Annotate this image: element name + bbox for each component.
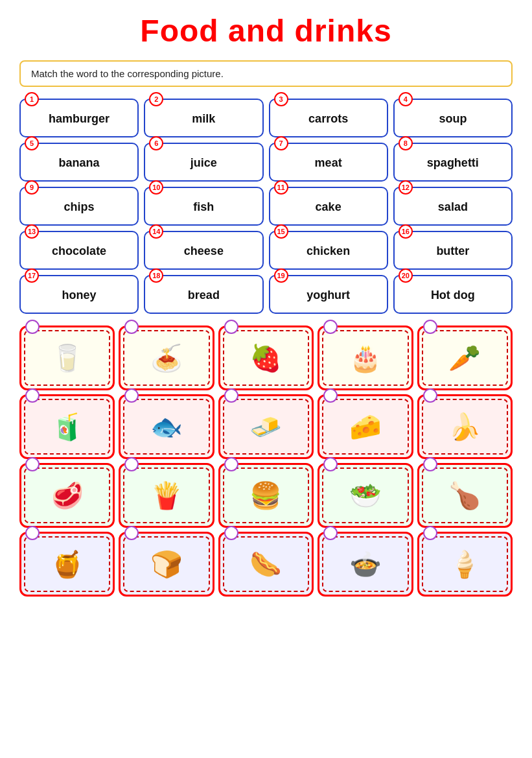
picture-card: 🥗 bbox=[318, 463, 413, 528]
page-title: Food and drinks bbox=[19, 13, 513, 49]
word-num: 3 bbox=[274, 92, 288, 106]
pic-emoji: 🌭 bbox=[249, 551, 282, 577]
word-label: carrots bbox=[308, 112, 348, 126]
pic-emoji: 🍓 bbox=[249, 345, 282, 371]
pic-num bbox=[323, 320, 338, 334]
picture-card: 🧀 bbox=[318, 394, 413, 459]
picture-card: 🍞 bbox=[119, 532, 214, 597]
picture-card: 🥛 bbox=[19, 326, 115, 390]
word-card: 7 meat bbox=[269, 143, 388, 182]
pic-emoji: 🍌 bbox=[448, 414, 481, 440]
pic-num bbox=[124, 457, 139, 471]
picture-card: 🥩 bbox=[19, 463, 115, 528]
word-card: 20 Hot dog bbox=[393, 275, 513, 314]
word-card: 3 carrots bbox=[269, 99, 388, 137]
word-num: 12 bbox=[399, 180, 413, 195]
word-label: cheese bbox=[184, 244, 224, 258]
pic-emoji: 🎂 bbox=[349, 345, 382, 371]
pic-num bbox=[423, 320, 437, 334]
picture-card: 🍦 bbox=[417, 532, 513, 597]
word-label: milk bbox=[192, 112, 215, 126]
word-num: 5 bbox=[25, 136, 39, 150]
word-num: 11 bbox=[274, 180, 288, 195]
word-label: soup bbox=[439, 112, 467, 126]
word-label: salad bbox=[438, 200, 468, 214]
picture-card: 🍝 bbox=[119, 326, 214, 390]
word-num: 1 bbox=[25, 92, 39, 106]
word-card: 17 honey bbox=[19, 275, 139, 314]
word-num: 19 bbox=[274, 268, 288, 283]
pic-emoji: 🥛 bbox=[51, 345, 84, 371]
word-num: 10 bbox=[149, 180, 163, 195]
picture-card: 🍯 bbox=[19, 532, 115, 597]
instruction-box: Match the word to the corresponding pict… bbox=[19, 60, 513, 87]
word-num: 2 bbox=[149, 92, 163, 106]
picture-card: 🧃 bbox=[19, 394, 115, 459]
picture-card: 🍗 bbox=[417, 463, 513, 528]
pic-emoji: 🍯 bbox=[51, 551, 84, 577]
pic-emoji: 🍞 bbox=[150, 551, 183, 577]
pic-num bbox=[423, 388, 437, 403]
pic-num bbox=[124, 388, 139, 403]
pic-num bbox=[25, 388, 40, 403]
word-num: 16 bbox=[399, 224, 413, 239]
picture-card: 🌭 bbox=[218, 532, 314, 597]
word-card: 15 chicken bbox=[269, 231, 388, 270]
word-num: 6 bbox=[149, 136, 163, 150]
word-label: chocolate bbox=[52, 244, 106, 258]
word-num: 9 bbox=[25, 180, 39, 195]
pic-num bbox=[224, 388, 238, 403]
word-num: 14 bbox=[149, 224, 163, 239]
pic-num bbox=[25, 457, 40, 471]
word-label: bread bbox=[188, 289, 220, 302]
word-label: chips bbox=[64, 200, 95, 214]
word-label: Hot dog bbox=[431, 289, 475, 302]
pic-emoji: 🍟 bbox=[150, 482, 183, 508]
pic-emoji: 🍲 bbox=[349, 551, 382, 577]
picture-card: 🍓 bbox=[218, 326, 314, 390]
word-num: 4 bbox=[399, 92, 413, 106]
word-card: 9 chips bbox=[19, 187, 139, 226]
word-num: 15 bbox=[274, 224, 288, 239]
word-card: 19 yoghurt bbox=[269, 275, 388, 314]
word-card: 14 cheese bbox=[144, 231, 263, 270]
word-num: 13 bbox=[25, 224, 39, 239]
word-card: 18 bread bbox=[144, 275, 263, 314]
picture-card: 🍔 bbox=[218, 463, 314, 528]
word-num: 20 bbox=[399, 268, 413, 283]
pic-emoji: 🍗 bbox=[448, 482, 481, 508]
picture-grid: 🥛 🍝 🍓 🎂 🥕 🧃 🐟 🧈 🧀 🍌 🥩 🍟 🍔 🥗 bbox=[19, 326, 513, 597]
pic-emoji: 🥗 bbox=[349, 482, 382, 508]
word-card: 6 juice bbox=[144, 143, 263, 182]
word-label: banana bbox=[59, 156, 100, 170]
word-label: honey bbox=[62, 289, 97, 302]
pic-emoji: 🥩 bbox=[51, 482, 84, 508]
word-label: chicken bbox=[306, 244, 350, 258]
word-num: 7 bbox=[274, 136, 288, 150]
pic-emoji: 🐟 bbox=[150, 414, 183, 440]
word-card: 2 milk bbox=[144, 99, 263, 137]
pic-emoji: 🍦 bbox=[448, 551, 481, 577]
word-label: juice bbox=[191, 156, 217, 170]
pic-num bbox=[124, 526, 139, 540]
pic-num bbox=[124, 320, 139, 334]
word-label: meat bbox=[315, 156, 342, 170]
word-label: cake bbox=[316, 200, 341, 214]
word-label: spaghetti bbox=[427, 156, 479, 170]
pic-num bbox=[224, 457, 238, 471]
pic-emoji: 🍔 bbox=[249, 482, 282, 508]
pic-num bbox=[323, 526, 338, 540]
pic-num bbox=[323, 457, 338, 471]
word-card: 1 hamburger bbox=[19, 99, 139, 137]
pic-num bbox=[224, 526, 238, 540]
word-num: 17 bbox=[25, 268, 39, 283]
picture-card: 🎂 bbox=[318, 326, 413, 390]
word-card: 16 butter bbox=[393, 231, 513, 270]
word-num: 18 bbox=[149, 268, 163, 283]
pic-num bbox=[423, 526, 437, 540]
word-label: hamburger bbox=[49, 112, 110, 126]
word-card: 12 salad bbox=[393, 187, 513, 226]
pic-emoji: 🧃 bbox=[51, 414, 84, 440]
picture-card: 🍟 bbox=[119, 463, 214, 528]
picture-card: 🍲 bbox=[318, 532, 413, 597]
